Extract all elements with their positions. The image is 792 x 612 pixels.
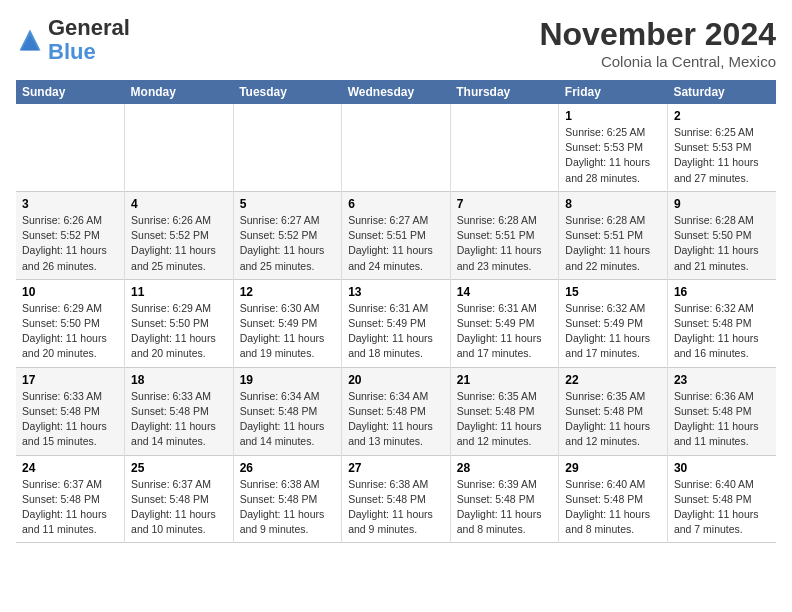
calendar-cell: 20Sunrise: 6:34 AM Sunset: 5:48 PM Dayli…	[342, 367, 451, 455]
day-number: 30	[674, 461, 770, 475]
calendar-cell: 1Sunrise: 6:25 AM Sunset: 5:53 PM Daylig…	[559, 104, 668, 191]
day-info: Sunrise: 6:35 AM Sunset: 5:48 PM Dayligh…	[565, 389, 661, 450]
day-info: Sunrise: 6:25 AM Sunset: 5:53 PM Dayligh…	[565, 125, 661, 186]
day-number: 19	[240, 373, 336, 387]
day-info: Sunrise: 6:40 AM Sunset: 5:48 PM Dayligh…	[674, 477, 770, 538]
day-number: 8	[565, 197, 661, 211]
calendar-week-2: 3Sunrise: 6:26 AM Sunset: 5:52 PM Daylig…	[16, 191, 776, 279]
calendar-cell: 13Sunrise: 6:31 AM Sunset: 5:49 PM Dayli…	[342, 279, 451, 367]
day-header-friday: Friday	[559, 80, 668, 104]
day-number: 22	[565, 373, 661, 387]
calendar-cell: 28Sunrise: 6:39 AM Sunset: 5:48 PM Dayli…	[450, 455, 559, 543]
day-info: Sunrise: 6:32 AM Sunset: 5:49 PM Dayligh…	[565, 301, 661, 362]
logo: General Blue	[16, 16, 130, 64]
calendar-cell: 10Sunrise: 6:29 AM Sunset: 5:50 PM Dayli…	[16, 279, 125, 367]
day-info: Sunrise: 6:34 AM Sunset: 5:48 PM Dayligh…	[240, 389, 336, 450]
calendar-cell: 15Sunrise: 6:32 AM Sunset: 5:49 PM Dayli…	[559, 279, 668, 367]
day-header-sunday: Sunday	[16, 80, 125, 104]
calendar-cell	[125, 104, 234, 191]
day-info: Sunrise: 6:26 AM Sunset: 5:52 PM Dayligh…	[131, 213, 227, 274]
calendar-week-3: 10Sunrise: 6:29 AM Sunset: 5:50 PM Dayli…	[16, 279, 776, 367]
calendar-cell: 17Sunrise: 6:33 AM Sunset: 5:48 PM Dayli…	[16, 367, 125, 455]
day-info: Sunrise: 6:38 AM Sunset: 5:48 PM Dayligh…	[240, 477, 336, 538]
logo-blue: Blue	[48, 39, 96, 64]
day-info: Sunrise: 6:29 AM Sunset: 5:50 PM Dayligh…	[131, 301, 227, 362]
calendar-week-4: 17Sunrise: 6:33 AM Sunset: 5:48 PM Dayli…	[16, 367, 776, 455]
calendar-cell: 30Sunrise: 6:40 AM Sunset: 5:48 PM Dayli…	[667, 455, 776, 543]
calendar-cell: 26Sunrise: 6:38 AM Sunset: 5:48 PM Dayli…	[233, 455, 342, 543]
day-info: Sunrise: 6:33 AM Sunset: 5:48 PM Dayligh…	[22, 389, 118, 450]
calendar-cell: 29Sunrise: 6:40 AM Sunset: 5:48 PM Dayli…	[559, 455, 668, 543]
day-info: Sunrise: 6:30 AM Sunset: 5:49 PM Dayligh…	[240, 301, 336, 362]
calendar-cell: 16Sunrise: 6:32 AM Sunset: 5:48 PM Dayli…	[667, 279, 776, 367]
calendar-cell: 11Sunrise: 6:29 AM Sunset: 5:50 PM Dayli…	[125, 279, 234, 367]
calendar-cell: 9Sunrise: 6:28 AM Sunset: 5:50 PM Daylig…	[667, 191, 776, 279]
calendar-cell	[233, 104, 342, 191]
day-header-saturday: Saturday	[667, 80, 776, 104]
day-info: Sunrise: 6:28 AM Sunset: 5:51 PM Dayligh…	[457, 213, 553, 274]
calendar-cell: 12Sunrise: 6:30 AM Sunset: 5:49 PM Dayli…	[233, 279, 342, 367]
calendar-cell: 19Sunrise: 6:34 AM Sunset: 5:48 PM Dayli…	[233, 367, 342, 455]
day-number: 21	[457, 373, 553, 387]
calendar-cell: 6Sunrise: 6:27 AM Sunset: 5:51 PM Daylig…	[342, 191, 451, 279]
day-number: 11	[131, 285, 227, 299]
day-header-thursday: Thursday	[450, 80, 559, 104]
day-number: 12	[240, 285, 336, 299]
calendar-cell: 8Sunrise: 6:28 AM Sunset: 5:51 PM Daylig…	[559, 191, 668, 279]
calendar-cell: 3Sunrise: 6:26 AM Sunset: 5:52 PM Daylig…	[16, 191, 125, 279]
day-number: 2	[674, 109, 770, 123]
day-info: Sunrise: 6:33 AM Sunset: 5:48 PM Dayligh…	[131, 389, 227, 450]
day-info: Sunrise: 6:25 AM Sunset: 5:53 PM Dayligh…	[674, 125, 770, 186]
calendar-cell: 7Sunrise: 6:28 AM Sunset: 5:51 PM Daylig…	[450, 191, 559, 279]
page-header: General Blue November 2024 Colonia la Ce…	[16, 16, 776, 70]
day-number: 26	[240, 461, 336, 475]
calendar-cell	[450, 104, 559, 191]
day-number: 9	[674, 197, 770, 211]
day-number: 5	[240, 197, 336, 211]
day-number: 6	[348, 197, 444, 211]
day-number: 7	[457, 197, 553, 211]
day-info: Sunrise: 6:32 AM Sunset: 5:48 PM Dayligh…	[674, 301, 770, 362]
day-info: Sunrise: 6:31 AM Sunset: 5:49 PM Dayligh…	[457, 301, 553, 362]
day-header-wednesday: Wednesday	[342, 80, 451, 104]
logo-general: General	[48, 15, 130, 40]
calendar-cell: 14Sunrise: 6:31 AM Sunset: 5:49 PM Dayli…	[450, 279, 559, 367]
day-number: 3	[22, 197, 118, 211]
logo-icon	[16, 26, 44, 54]
day-number: 17	[22, 373, 118, 387]
calendar-cell: 2Sunrise: 6:25 AM Sunset: 5:53 PM Daylig…	[667, 104, 776, 191]
day-info: Sunrise: 6:28 AM Sunset: 5:50 PM Dayligh…	[674, 213, 770, 274]
day-info: Sunrise: 6:29 AM Sunset: 5:50 PM Dayligh…	[22, 301, 118, 362]
day-info: Sunrise: 6:31 AM Sunset: 5:49 PM Dayligh…	[348, 301, 444, 362]
calendar-cell	[342, 104, 451, 191]
day-number: 4	[131, 197, 227, 211]
day-info: Sunrise: 6:37 AM Sunset: 5:48 PM Dayligh…	[131, 477, 227, 538]
day-number: 16	[674, 285, 770, 299]
day-number: 13	[348, 285, 444, 299]
day-info: Sunrise: 6:37 AM Sunset: 5:48 PM Dayligh…	[22, 477, 118, 538]
day-info: Sunrise: 6:26 AM Sunset: 5:52 PM Dayligh…	[22, 213, 118, 274]
calendar-cell	[16, 104, 125, 191]
day-number: 28	[457, 461, 553, 475]
day-info: Sunrise: 6:39 AM Sunset: 5:48 PM Dayligh…	[457, 477, 553, 538]
day-number: 25	[131, 461, 227, 475]
day-info: Sunrise: 6:36 AM Sunset: 5:48 PM Dayligh…	[674, 389, 770, 450]
calendar-table: SundayMondayTuesdayWednesdayThursdayFrid…	[16, 80, 776, 543]
day-number: 1	[565, 109, 661, 123]
calendar-cell: 5Sunrise: 6:27 AM Sunset: 5:52 PM Daylig…	[233, 191, 342, 279]
day-number: 20	[348, 373, 444, 387]
calendar-cell: 21Sunrise: 6:35 AM Sunset: 5:48 PM Dayli…	[450, 367, 559, 455]
day-number: 27	[348, 461, 444, 475]
day-info: Sunrise: 6:35 AM Sunset: 5:48 PM Dayligh…	[457, 389, 553, 450]
day-number: 24	[22, 461, 118, 475]
day-header-monday: Monday	[125, 80, 234, 104]
day-info: Sunrise: 6:40 AM Sunset: 5:48 PM Dayligh…	[565, 477, 661, 538]
calendar-cell: 22Sunrise: 6:35 AM Sunset: 5:48 PM Dayli…	[559, 367, 668, 455]
calendar-week-1: 1Sunrise: 6:25 AM Sunset: 5:53 PM Daylig…	[16, 104, 776, 191]
calendar-cell: 23Sunrise: 6:36 AM Sunset: 5:48 PM Dayli…	[667, 367, 776, 455]
location-title: Colonia la Central, Mexico	[539, 53, 776, 70]
day-number: 23	[674, 373, 770, 387]
calendar-cell: 25Sunrise: 6:37 AM Sunset: 5:48 PM Dayli…	[125, 455, 234, 543]
calendar-cell: 4Sunrise: 6:26 AM Sunset: 5:52 PM Daylig…	[125, 191, 234, 279]
calendar-cell: 27Sunrise: 6:38 AM Sunset: 5:48 PM Dayli…	[342, 455, 451, 543]
